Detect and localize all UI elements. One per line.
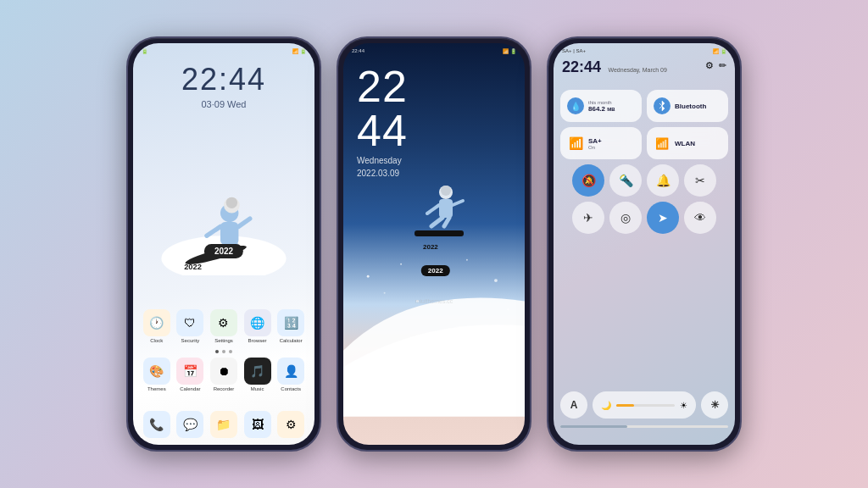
themes-app-icon: 🎨: [143, 358, 170, 385]
notification-btn[interactable]: 🔔: [647, 164, 679, 197]
dock-settings-icon[interactable]: ⚙: [277, 411, 304, 438]
wallpaper-time-2: 44: [357, 108, 408, 152]
brightness-slider[interactable]: 🌙 ☀: [593, 391, 696, 419]
wifi-icon: 📶: [654, 135, 670, 152]
app-calendar[interactable]: 📅 Calendar: [174, 358, 206, 391]
eye-btn[interactable]: 👁: [684, 202, 716, 234]
calculator-app-icon: 🔢: [277, 309, 304, 336]
wallpaper-time-1: 22: [357, 64, 408, 108]
sa-label: SA+ | SA+: [562, 48, 586, 53]
sa-plus-subtitle: On: [588, 145, 602, 150]
themes-app-label: Themes: [147, 386, 166, 391]
app-browser[interactable]: 🌐 Browser: [242, 309, 274, 343]
bluetooth-icon: [654, 97, 670, 114]
clock-area-1: 22:44 03·09 Wed: [133, 62, 314, 109]
music-app-label: Music: [251, 386, 264, 391]
speaker-fill: [560, 425, 627, 428]
dock-gallery-icon[interactable]: 🖼: [244, 411, 271, 438]
camera-btn[interactable]: ◎: [609, 202, 642, 234]
page-dots: [140, 350, 308, 353]
icon-btn-row-2: ✈ ◎ ➤ 👁: [560, 202, 728, 234]
brightness-track: [616, 404, 675, 407]
data-card-value: 864.2 MB: [588, 105, 615, 113]
settings-app-label: Settings: [214, 338, 233, 343]
sun-icon: ☀: [680, 401, 687, 410]
contacts-app-icon: 👤: [277, 358, 304, 385]
year-badge-1: 2022: [204, 244, 243, 258]
svg-rect-3: [220, 222, 238, 245]
status-icons-3: 📶🔋: [713, 48, 726, 54]
location-btn[interactable]: ➤: [647, 202, 679, 234]
vibrate-btn[interactable]: 🔕: [572, 164, 604, 197]
bluetooth-card[interactable]: Bluetooth: [647, 90, 728, 122]
svg-point-12: [400, 263, 402, 265]
app-recorder[interactable]: ⏺ Recorder: [208, 358, 240, 391]
app-themes[interactable]: 🎨 Themes: [141, 358, 173, 391]
app-contacts[interactable]: 👤 Contacts: [275, 358, 307, 391]
contacts-app-label: Contacts: [281, 386, 301, 391]
svg-point-11: [367, 275, 370, 278]
status-bar-2: 22:44 📶🔋: [343, 43, 525, 58]
phone-1-lockscreen: 🔋 📶🔋 22:44 03·09 Wed: [126, 36, 321, 452]
recorder-app-label: Recorder: [214, 386, 235, 391]
security-app-label: Security: [181, 338, 200, 343]
bluetooth-card-text: Bluetooth: [675, 103, 706, 110]
snowboarder-2: 2022: [402, 167, 478, 260]
data-card-text: this month 864.2 MB: [588, 100, 615, 113]
edit-icon-cc[interactable]: ✏: [719, 60, 726, 71]
browser-app-icon: 🌐: [244, 309, 271, 336]
dot-active: [215, 350, 219, 353]
year-badge-2: 2022: [421, 265, 450, 276]
nfc-btn[interactable]: ✂: [684, 164, 716, 197]
browser-app-label: Browser: [248, 338, 267, 343]
wallpaper-date-2: 2022.03.09: [357, 169, 408, 178]
dock-files-icon[interactable]: 📁: [210, 411, 237, 438]
svg-point-16: [384, 292, 386, 294]
lock-date: 03·09 Wed: [133, 99, 314, 109]
wallpaper-date-1: Wednesday: [357, 156, 408, 165]
control-row-2: 📶 SA+ On 📶 WLAN: [560, 127, 728, 159]
cc-top-icons: ⚙ ✏: [705, 60, 726, 71]
flashlight-btn[interactable]: 🔦: [609, 164, 642, 197]
dock-phone-icon[interactable]: 📞: [143, 411, 170, 438]
svg-point-20: [441, 186, 451, 196]
font-small-btn[interactable]: A: [560, 391, 587, 419]
app-security[interactable]: 🛡 Security: [174, 309, 206, 343]
icon-btn-row-1: 🔕 🔦 🔔 ✂: [560, 164, 728, 197]
svg-text:2022: 2022: [184, 263, 202, 271]
music-app-icon: 🎵: [244, 358, 271, 385]
snowboarder-illustration-1: 2022 2022: [133, 128, 314, 275]
control-grid: 💧 this month 864.2 MB Bluetooth: [560, 90, 728, 239]
sa-plus-title: SA+: [588, 137, 602, 145]
airplane-btn[interactable]: ✈: [572, 202, 604, 234]
app-clock[interactable]: 🕐 Clock: [141, 309, 173, 343]
sa-plus-card[interactable]: 📶 SA+ On: [560, 127, 642, 159]
dot-2: [229, 350, 232, 353]
brightness-row: A 🌙 ☀ ☀: [560, 391, 728, 419]
svg-line-7: [238, 219, 249, 226]
wlan-title: WLAN: [675, 140, 695, 147]
settings-app-icon: ⚙: [210, 309, 237, 336]
app-calculator[interactable]: 🔢 Calculator: [275, 309, 307, 343]
data-icon: 💧: [567, 97, 584, 114]
svg-line-6: [207, 226, 220, 236]
dock-messages-icon[interactable]: 💬: [176, 411, 203, 438]
cc-time-area: 22:44 Wednesday, March 09: [562, 58, 667, 76]
gear-icon-cc[interactable]: ⚙: [705, 60, 714, 71]
svg-text:2022: 2022: [423, 243, 438, 251]
app-music[interactable]: 🎵 Music: [242, 358, 274, 391]
sun-btn[interactable]: ☀: [701, 391, 728, 419]
status-bar-1: 🔋 📶🔋: [133, 43, 314, 58]
bluetooth-title: Bluetooth: [675, 103, 706, 110]
app-settings[interactable]: ⚙ Settings: [208, 309, 240, 343]
recorder-app-icon: ⏺: [210, 358, 237, 385]
clock-app-label: Clock: [150, 338, 163, 343]
wlan-card[interactable]: 📶 WLAN: [647, 127, 728, 159]
data-card[interactable]: 💧 this month 864.2 MB: [560, 90, 642, 122]
calendar-app-label: Calendar: [180, 386, 200, 391]
brightness-fill: [616, 404, 634, 407]
status-bar-3: SA+ | SA+ 📶🔋: [554, 43, 735, 58]
dock-1: 📞 💬 📁 🖼 ⚙: [140, 411, 308, 438]
svg-point-18: [508, 309, 509, 311]
calculator-app-label: Calculator: [280, 338, 303, 343]
